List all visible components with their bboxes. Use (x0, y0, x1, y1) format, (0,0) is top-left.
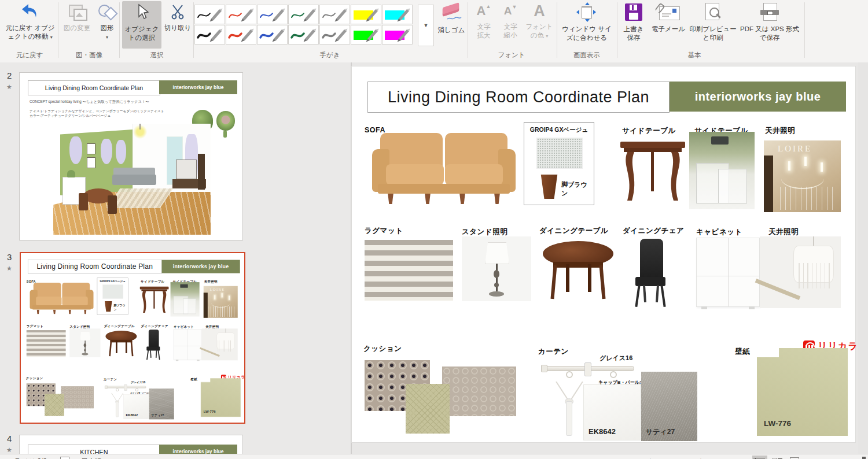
slide-thumbnail-3[interactable]: Living Dining Room Coordinate Plan inter… (20, 252, 245, 424)
pen-gray-thick[interactable] (319, 25, 350, 45)
undo-group-label: 元に戻す (5, 51, 54, 60)
sofa-image[interactable] (372, 133, 516, 205)
rug-label[interactable]: ラグマット (365, 226, 403, 236)
powerpoint-ink-tools-window: { "ribbon": { "groups": { "undo": {"labe… (0, 0, 868, 459)
comments-button[interactable]: ▭ コメント (680, 457, 717, 459)
thumb3-brand-banner: interiorworks jay blue (161, 260, 240, 273)
thumb3-dining-table-image (105, 331, 137, 357)
save-button[interactable]: 上書き保存 (619, 1, 648, 42)
ceiling-light1-image[interactable]: LOIRE (764, 140, 841, 212)
pen-green-thin[interactable] (288, 5, 319, 24)
normal-view-button[interactable] (752, 456, 767, 459)
slide-sorter-view-button[interactable] (770, 456, 785, 459)
language-indicator[interactable]: 日本語 (81, 457, 102, 459)
ceiling-light2-image[interactable] (760, 236, 841, 308)
stand-light-image[interactable] (462, 236, 531, 301)
print-preview-button[interactable]: 印刷プレビューと印刷 (689, 1, 737, 42)
cushion-label[interactable]: クッション (363, 344, 402, 354)
eraser-button[interactable]: 消しゴム (436, 1, 467, 35)
dining-table-label[interactable]: ダイニングテーブル (539, 226, 608, 236)
shrink-font-button[interactable]: A▼ 文字縮小 (498, 1, 523, 40)
slide-title[interactable]: Living Dining Room Coordinate Plan (367, 82, 670, 113)
thumb3-fabric-box-title: GROIP4 GXベージュ (97, 280, 128, 283)
pen-gallery-more-button[interactable]: ▼ (418, 5, 434, 46)
thumb2-interior-sketch (53, 124, 211, 235)
ceiling-light2-label[interactable]: 天井照明 (768, 227, 799, 237)
ribbon: 元に戻す オブジェクトの移動 ▾ 元に戻す 図の変更 図形▾ 図・画像 オブジェ… (0, 0, 868, 63)
select-objects-button[interactable]: オブジェクトの選択 (122, 1, 161, 49)
pen-blue-thin[interactable] (257, 5, 288, 24)
grow-font-button[interactable]: A▲ 文字拡大 (471, 1, 496, 40)
rug-image[interactable] (365, 240, 453, 301)
display-settings-icon[interactable] (60, 457, 69, 459)
sofa-leg-label: 脚ブラウン (561, 180, 594, 198)
cursor-arrow-icon (135, 1, 149, 23)
dining-table-image[interactable] (543, 241, 613, 301)
change-picture-button[interactable]: 図の変更 (60, 1, 94, 32)
thumb3-side-table1-image (139, 284, 169, 314)
thumb2-color-text: カラー:アーティチョークグリーン/シルバー/ベージュ (30, 113, 111, 119)
side-table1-label[interactable]: サイドテーブル (622, 126, 676, 136)
fit-to-window-button[interactable]: ウィンドウ サイズに合わせる (559, 1, 615, 42)
thumb3-curtain-label: カーテン (104, 377, 117, 382)
highlighter-green[interactable] (351, 25, 381, 45)
wallpaper-label[interactable]: 壁紙 (735, 347, 750, 357)
zoom-out-button[interactable]: － (823, 457, 830, 459)
cushion-swatch-2[interactable] (406, 384, 450, 434)
slide4-number: 4 (7, 434, 12, 443)
cushion-swatch-3[interactable] (442, 367, 516, 416)
dining-chair-image[interactable] (626, 239, 677, 307)
thumb3-sofa-leg-image (104, 301, 113, 312)
thumb3-dining-chair-image (142, 330, 165, 360)
pen-black-thin[interactable] (194, 5, 225, 24)
slide-thumbnail-2[interactable]: Living Dining Room Coordinate Plan inter… (19, 72, 243, 240)
wallpaper-swatch[interactable]: LW-776 (757, 348, 848, 436)
shapes-button[interactable]: 図形▾ (95, 1, 119, 42)
pen-gray-thin[interactable] (319, 5, 350, 24)
undo-move-object-button[interactable]: 元に戻す オブジェクトの移動 ▾ (3, 1, 57, 42)
slideshow-view-button[interactable] (804, 456, 819, 459)
slide-editing-canvas[interactable]: Living Dining Room Coordinate Plan inter… (352, 62, 868, 454)
thumb3-cushion-swatch-3 (61, 386, 94, 408)
fit-to-window-icon (577, 1, 597, 23)
curtain-label[interactable]: カーテン (538, 347, 569, 357)
current-slide[interactable]: Living Dining Room Coordinate Plan inter… (352, 66, 855, 442)
email-icon (657, 1, 680, 23)
pen-red-thick[interactable] (226, 25, 256, 45)
stand-light-label[interactable]: スタンド照明 (462, 227, 507, 237)
thumb3-cabinet-label: キャビネット (174, 324, 194, 329)
curtain-fabric2-swatch[interactable]: サティ27 (641, 372, 697, 441)
curtain-rod-image[interactable] (544, 361, 637, 379)
cabinet-image[interactable] (696, 238, 760, 307)
cut-button[interactable]: 切り取り (163, 1, 193, 32)
font-color-button[interactable]: A フォントの色 ▾ (524, 1, 554, 40)
thumb2-concept-text: CONCEPT special holiday living 〜ちょと気取って贅… (30, 99, 149, 105)
email-button[interactable]: 電子メール (649, 1, 687, 34)
picture-group-label: 図・画像 (60, 51, 118, 60)
dining-chair-label[interactable]: ダイニングチェア (623, 226, 684, 236)
notes-button[interactable]: ≡ ノート (639, 457, 667, 459)
ceiling-light1-label[interactable]: 天井照明 (765, 126, 795, 136)
brand-banner[interactable]: interiorworks jay blue (670, 82, 846, 112)
fit-slide-to-window-icon[interactable] (862, 457, 866, 459)
curtain-fabric1-swatch[interactable]: EK8642 (583, 384, 641, 441)
side-table2-image[interactable] (689, 132, 755, 209)
pen-blue-thick[interactable] (257, 25, 288, 45)
side-table1-image[interactable] (619, 136, 686, 204)
pen-red-thin[interactable] (226, 5, 256, 24)
pen-black-thick[interactable] (194, 25, 225, 45)
highlighter-yellow[interactable] (351, 5, 381, 24)
reading-view-button[interactable] (787, 456, 802, 459)
sofa-fabric-box[interactable]: GROIP4 GXベージュ 脚ブラウン (524, 122, 594, 205)
pen-green-thick[interactable] (288, 25, 319, 45)
curtain-tassel-image[interactable] (554, 382, 584, 442)
slide-thumbnail-panel[interactable]: 2 ★ Living Dining Room Coordinate Plan i… (0, 62, 352, 454)
wallpaper-code: LW-776 (764, 419, 791, 428)
highlighter-magenta[interactable] (382, 25, 413, 45)
cabinet-label[interactable]: キャビネット (696, 227, 742, 237)
thumb2-brand-banner: interiorworks jay blue (159, 80, 237, 94)
thumb3-cushion-swatch-2 (45, 394, 64, 416)
pdf-xps-button[interactable]: PDF 又は XPS 形式で保存 (738, 1, 801, 42)
vertical-scrollbar[interactable] (858, 62, 868, 454)
highlighter-cyan[interactable] (382, 5, 413, 24)
